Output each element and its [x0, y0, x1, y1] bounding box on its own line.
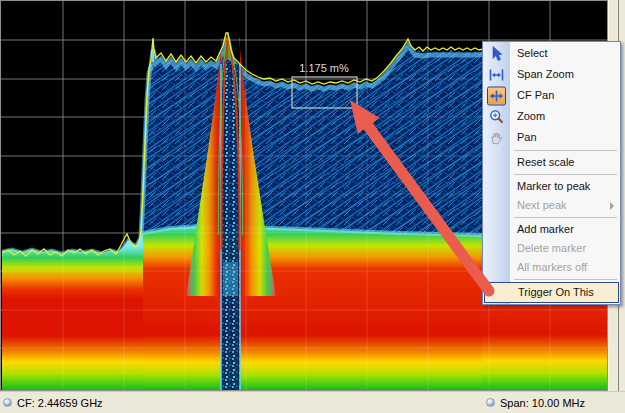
hand-icon [487, 128, 506, 147]
menu-item-label: All markers off [517, 261, 587, 273]
magnifier-icon [487, 107, 506, 126]
menu-item-cf-pan[interactable]: CF Pan [483, 85, 620, 106]
menu-item-label: Select [517, 47, 548, 59]
knob-icon [3, 398, 12, 407]
menu-item-next-peak[interactable]: Next peak [483, 196, 620, 215]
menu-item-pan[interactable]: Pan [483, 127, 620, 148]
cf-value: CF: 2.44659 GHz [17, 397, 103, 409]
cursor-arrow-icon [487, 44, 506, 63]
knob-icon [486, 398, 495, 407]
menu-item-label: Span Zoom [517, 68, 574, 80]
menu-item-label: CF Pan [517, 89, 554, 101]
menu-item-label: Trigger On This [518, 286, 594, 298]
menu-item-all-markers-off[interactable]: All markers off [483, 258, 620, 277]
menu-item-reset-scale[interactable]: Reset scale [483, 153, 620, 172]
menu-item-label: Marker to peak [517, 180, 590, 192]
menu-item-delete-marker[interactable]: Delete marker [483, 239, 620, 258]
rsa-dpx-window: 1.175 m% Select Span Zoom [0, 0, 625, 413]
menu-item-marker-to-peak[interactable]: Marker to peak [483, 177, 620, 196]
menu-item-select[interactable]: Select [483, 43, 620, 64]
menu-item-zoom[interactable]: Zoom [483, 106, 620, 127]
marker-zoom-label: 1.175 m% [299, 62, 349, 74]
context-menu: Select Span Zoom [482, 41, 621, 305]
cf-pan-icon [487, 86, 506, 105]
span-value: Span: 10.00 MHz [500, 397, 585, 409]
chevron-right-icon [610, 202, 614, 210]
menu-item-span-zoom[interactable]: Span Zoom [483, 64, 620, 85]
status-field-cf: CF: 2.44659 GHz [3, 392, 103, 413]
status-field-span: Span: 10.00 MHz [486, 392, 585, 413]
menu-item-trigger-on-this[interactable]: Trigger On This [484, 282, 619, 303]
menu-item-label: Zoom [517, 110, 545, 122]
menu-item-label: Pan [517, 131, 537, 143]
menu-item-label: Next peak [517, 199, 567, 211]
menu-item-add-marker[interactable]: Add marker [483, 220, 620, 239]
span-zoom-icon [487, 65, 506, 84]
menu-item-label: Add marker [517, 223, 574, 235]
status-bar: CF: 2.44659 GHz Span: 10.00 MHz [0, 391, 625, 413]
menu-item-label: Delete marker [517, 242, 586, 254]
menu-item-label: Reset scale [517, 156, 574, 168]
